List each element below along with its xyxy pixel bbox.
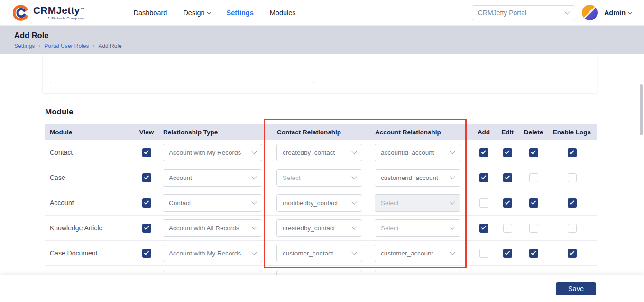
nav-settings[interactable]: Settings (227, 9, 254, 17)
user-name: Admin (604, 9, 626, 17)
scrollbar-thumb[interactable] (640, 84, 643, 135)
breadcrumb-separator: › (92, 43, 94, 49)
footer-bar: Save (0, 275, 644, 302)
contact-relationship-select[interactable]: modifiedby_contact (276, 194, 362, 212)
table-cell: accountid_account (372, 144, 472, 161)
top-navbar: CRMJetty™ A Biztech Company Dashboard De… (0, 0, 644, 26)
col-header-delete: Delete (520, 129, 547, 136)
chevron-down-icon (251, 199, 257, 204)
delete-checkbox[interactable] (529, 173, 538, 182)
save-button[interactable]: Save (556, 282, 596, 295)
table-cell: Contact (160, 194, 274, 212)
account-relationship-select[interactable]: Select (375, 219, 460, 237)
add-checkbox[interactable] (479, 249, 488, 258)
avatar[interactable] (582, 5, 598, 20)
account-relationship-select[interactable]: customer_account (375, 245, 460, 262)
view-checkbox[interactable] (142, 173, 151, 182)
portal-select[interactable]: CRMJetty Portal (472, 5, 575, 20)
enable-logs-checkbox[interactable] (568, 198, 577, 208)
enable-logs-checkbox[interactable] (568, 224, 577, 233)
col-header-enable-logs: Enable Logs (547, 129, 597, 136)
breadcrumb-settings[interactable]: Settings (14, 43, 35, 49)
col-header-relationship-type: Relationship Type (160, 129, 274, 136)
user-menu[interactable]: Admin (604, 9, 632, 17)
check-icon (481, 174, 487, 179)
delete-checkbox[interactable] (529, 224, 538, 233)
nav-modules[interactable]: Modules (270, 9, 296, 17)
edit-checkbox[interactable] (503, 224, 512, 233)
table-cell: Case (45, 174, 133, 181)
description-field[interactable] (50, 54, 314, 83)
check-icon (570, 199, 575, 205)
check-icon (481, 149, 487, 154)
relationship-type-select[interactable]: Contact (163, 194, 262, 212)
nav-design-label: Design (183, 9, 204, 17)
view-checkbox[interactable] (142, 249, 151, 258)
table-cell (520, 224, 547, 233)
table-cell (472, 224, 495, 233)
delete-checkbox[interactable] (529, 249, 538, 258)
table-cell: Case Document (45, 249, 133, 257)
brand-name-text: CRMJetty (33, 5, 80, 16)
relationship-type-select[interactable]: Account with All Records (163, 219, 262, 237)
edit-checkbox[interactable] (503, 198, 512, 208)
nav-dashboard[interactable]: Dashboard (133, 9, 167, 17)
add-checkbox[interactable] (479, 224, 488, 233)
table-cell (133, 198, 160, 208)
col-header-module: Module (45, 129, 133, 136)
portal-select-value: CRMJetty Portal (478, 9, 526, 17)
table-cell (547, 148, 597, 157)
breadcrumb-portal-user-roles[interactable]: Portal User Roles (44, 43, 89, 49)
check-icon (144, 225, 149, 230)
relationship-type-select[interactable]: Account with My Records (163, 245, 262, 262)
view-checkbox[interactable] (142, 224, 151, 233)
enable-logs-checkbox[interactable] (568, 249, 577, 258)
contact-relationship-select-value: customer_contact (283, 250, 333, 257)
check-icon (144, 250, 149, 255)
contact-relationship-select[interactable]: Select (276, 169, 362, 187)
table-cell: modifiedby_contact (274, 194, 372, 212)
table-cell (133, 249, 160, 258)
contact-relationship-select[interactable]: customer_contact (276, 245, 362, 262)
add-checkbox[interactable] (479, 148, 488, 157)
table-cell (520, 173, 547, 182)
account-relationship-select-value: Select (381, 225, 399, 232)
enable-logs-checkbox[interactable] (568, 173, 577, 182)
check-icon (570, 149, 575, 154)
nav-design[interactable]: Design (183, 9, 210, 17)
relationship-type-select[interactable]: Account (163, 169, 262, 187)
table-cell (520, 198, 547, 208)
relationship-type-select[interactable]: Account with My Records (163, 144, 262, 161)
check-icon (505, 199, 510, 205)
chevron-down-icon (564, 9, 570, 14)
chevron-down-icon (450, 249, 455, 255)
table-cell: Account (160, 169, 274, 187)
contact-relationship-select[interactable]: createdby_contact (276, 144, 362, 161)
table-cell (472, 249, 495, 258)
table-cell (495, 224, 520, 233)
edit-checkbox[interactable] (503, 249, 512, 258)
table-cell (495, 249, 520, 258)
chevron-down-icon (251, 249, 257, 255)
delete-checkbox[interactable] (529, 198, 538, 208)
delete-checkbox[interactable] (529, 148, 538, 157)
chevron-down-icon (251, 174, 257, 179)
contact-relationship-select[interactable]: createdby_contact (276, 219, 362, 237)
enable-logs-checkbox[interactable] (568, 148, 577, 157)
chevron-down-icon (450, 199, 455, 204)
col-header-view: View (133, 129, 160, 136)
account-relationship-select[interactable]: customerid_account (375, 169, 460, 187)
table-cell: Account with My Records (160, 144, 274, 161)
edit-checkbox[interactable] (503, 148, 512, 157)
page-title: Add Role (14, 31, 630, 40)
table-cell (133, 148, 160, 157)
view-checkbox[interactable] (142, 198, 151, 208)
check-icon (144, 149, 149, 154)
view-checkbox[interactable] (142, 148, 151, 157)
add-checkbox[interactable] (479, 198, 488, 208)
edit-checkbox[interactable] (503, 173, 512, 182)
account-relationship-select[interactable]: accountid_account (375, 144, 460, 161)
add-checkbox[interactable] (479, 173, 488, 182)
table-cell: Contact (45, 149, 133, 156)
table-cell: Select (372, 194, 472, 212)
